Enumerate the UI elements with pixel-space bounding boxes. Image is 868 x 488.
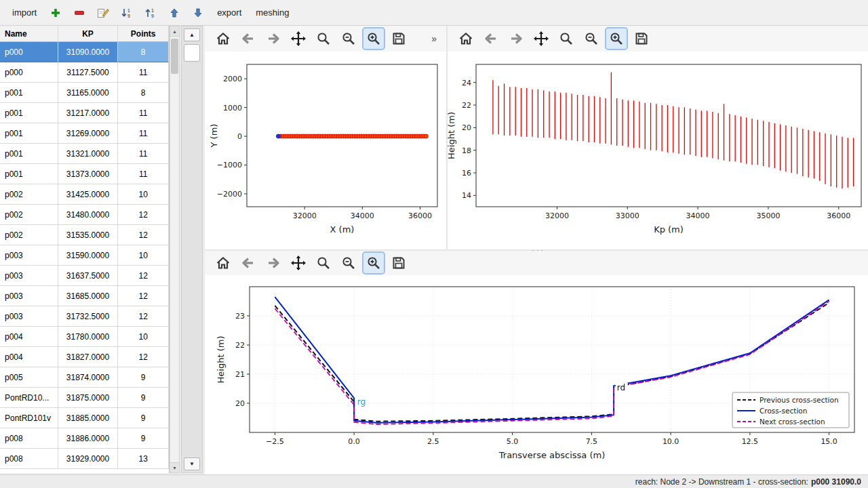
cross-section-plot[interactable]: rgrd−2.50.02.55.07.510.012.515.020212223… <box>205 275 868 470</box>
application-window: import 19 19 export meshing Name KP Poin… <box>0 0 868 488</box>
pan-icon[interactable] <box>288 28 309 49</box>
table-row[interactable]: p00031127.500011 <box>0 62 169 83</box>
add-icon[interactable] <box>48 6 63 20</box>
svg-text:32000: 32000 <box>293 211 317 220</box>
edit-icon[interactable] <box>96 6 111 20</box>
svg-text:34000: 34000 <box>686 211 710 220</box>
table-row[interactable]: p00831929.000013 <box>0 449 169 469</box>
table-row[interactable]: p00231425.000010 <box>0 184 169 205</box>
zoom-icon[interactable] <box>556 28 576 49</box>
column-header-points[interactable]: Points <box>118 26 169 42</box>
table-row[interactable]: PontRD101v31885.00009 <box>0 408 169 428</box>
scroll-up-icon[interactable]: ▲ <box>170 26 179 37</box>
xy-plot[interactable]: 320003400036000−2000−1000010002000X (m)Y… <box>205 52 446 249</box>
table-row[interactable]: PontRD10...31875.00009 <box>0 388 169 408</box>
splitter-handle[interactable]: ··· <box>532 246 545 254</box>
table-scrollbar[interactable]: ▲ ▼ <box>170 26 180 473</box>
home-icon[interactable] <box>213 28 233 49</box>
save-icon[interactable] <box>631 28 652 49</box>
svg-text:5.0: 5.0 <box>507 437 519 446</box>
zoom-out-icon[interactable] <box>338 28 359 49</box>
column-header-kp[interactable]: KP <box>58 26 119 42</box>
sort-ascending-icon[interactable]: 19 <box>119 6 134 20</box>
back-icon[interactable] <box>238 253 258 273</box>
scrollbar-thumb[interactable] <box>171 39 178 74</box>
cell-name: p001 <box>0 164 58 184</box>
profile-plot[interactable]: 3200033000340003500036000141618202224Kp … <box>448 52 868 249</box>
cell-kp: 31321.0000 <box>58 144 119 164</box>
forward-icon[interactable] <box>263 28 283 49</box>
cell-points: 12 <box>118 205 169 225</box>
move-down-icon[interactable] <box>191 6 205 20</box>
column-header-name[interactable]: Name <box>0 26 58 42</box>
cell-name: p004 <box>0 327 58 347</box>
zoom-rect-icon[interactable] <box>606 28 627 49</box>
cell-points: 12 <box>118 225 169 245</box>
table-row[interactable]: p00131321.000011 <box>0 144 169 164</box>
table-row[interactable]: p00131269.000011 <box>0 123 169 144</box>
home-icon[interactable] <box>213 253 233 273</box>
xy-plot-panel: » 320003400036000−2000−1000010002000X (m… <box>205 26 446 249</box>
table-row[interactable]: p00031090.00008 <box>0 42 169 62</box>
zoom-icon[interactable] <box>313 28 334 49</box>
cell-points: 11 <box>118 123 169 144</box>
back-icon[interactable] <box>238 28 258 49</box>
cell-kp: 31373.0000 <box>58 164 119 184</box>
svg-text:14: 14 <box>462 191 471 200</box>
pan-icon[interactable] <box>288 253 309 273</box>
svg-text:22: 22 <box>462 101 471 110</box>
scroll-down-icon[interactable]: ▼ <box>170 462 179 472</box>
table-row[interactable]: p00131217.000011 <box>0 103 169 123</box>
table-row[interactable]: p00431780.000010 <box>0 327 169 347</box>
svg-text:16: 16 <box>462 169 471 178</box>
home-icon[interactable] <box>456 28 476 49</box>
table-row[interactable]: p00431827.000012 <box>0 347 169 367</box>
zoom-out-icon[interactable] <box>581 28 601 49</box>
remove-icon[interactable] <box>72 6 87 20</box>
svg-text:1000: 1000 <box>223 104 242 113</box>
table-row[interactable]: p00131165.00008 <box>0 83 169 103</box>
table-row[interactable]: p00331685.000012 <box>0 286 169 306</box>
table-row[interactable]: p00131373.000011 <box>0 164 169 184</box>
table-header: Name KP Points <box>0 26 169 42</box>
svg-text:22: 22 <box>235 341 245 350</box>
table-row[interactable]: p00231535.000012 <box>0 225 169 245</box>
cell-name: p003 <box>0 266 58 286</box>
pan-icon[interactable] <box>531 28 551 49</box>
navigation-thumb[interactable] <box>184 44 200 62</box>
zoom-icon[interactable] <box>313 253 334 273</box>
cell-points: 12 <box>118 266 169 286</box>
cell-kp: 31874.0000 <box>58 367 119 388</box>
table-row[interactable]: p00831886.00009 <box>0 428 169 449</box>
app-toolbar: import 19 19 export meshing <box>0 0 868 26</box>
table-row[interactable]: p00331637.500012 <box>0 266 169 286</box>
export-button[interactable]: export <box>214 5 244 20</box>
save-icon[interactable] <box>389 253 409 273</box>
navigate-down-button[interactable]: ▼ <box>184 458 200 470</box>
plots-area: » 320003400036000−2000−1000010002000X (m… <box>205 26 868 474</box>
toolbar-overflow-chevron[interactable]: » <box>430 33 438 44</box>
zoom-out-icon[interactable] <box>338 253 359 273</box>
import-button[interactable]: import <box>9 5 39 20</box>
svg-text:7.5: 7.5 <box>586 437 598 446</box>
forward-icon[interactable] <box>506 28 526 49</box>
table-row[interactable]: p00231480.000012 <box>0 205 169 225</box>
zoom-rect-icon[interactable] <box>363 253 384 273</box>
svg-text:rg: rg <box>357 397 366 407</box>
navigate-up-button[interactable]: ▲ <box>184 28 200 41</box>
cell-points: 9 <box>118 388 169 408</box>
table-row[interactable]: p00531874.00009 <box>0 367 169 388</box>
cell-points: 11 <box>118 164 169 184</box>
back-icon[interactable] <box>481 28 501 49</box>
save-icon[interactable] <box>389 28 409 49</box>
move-up-icon[interactable] <box>167 6 182 20</box>
forward-icon[interactable] <box>263 253 283 273</box>
sort-descending-icon[interactable]: 19 <box>143 6 158 20</box>
meshing-button[interactable]: meshing <box>253 5 292 20</box>
cell-kp: 31885.0000 <box>58 408 119 428</box>
svg-text:0: 0 <box>237 132 242 141</box>
table-row[interactable]: p00331732.500012 <box>0 306 169 327</box>
table-row[interactable]: p00331590.000010 <box>0 245 169 266</box>
zoom-rect-icon[interactable] <box>363 28 384 49</box>
cell-points: 10 <box>118 327 169 347</box>
